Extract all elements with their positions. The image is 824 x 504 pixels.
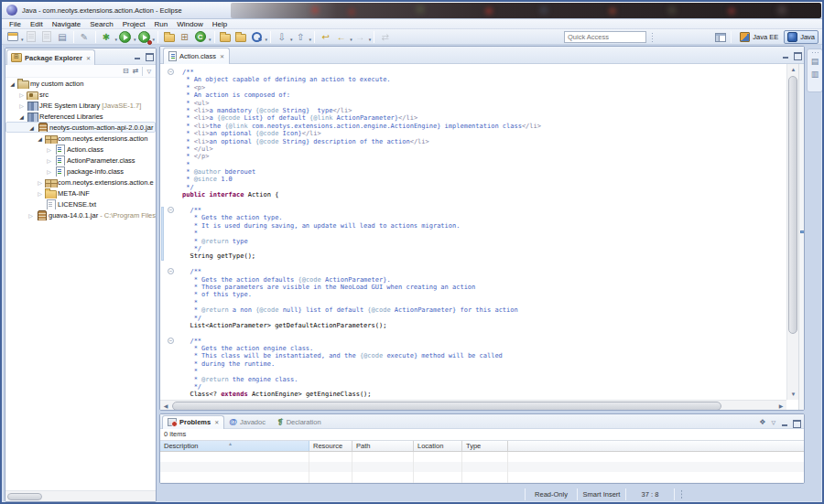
- tree-twistie-icon[interactable]: ▷: [17, 91, 26, 98]
- menu-item-file[interactable]: File: [5, 19, 26, 29]
- fold-collapse-icon[interactable]: −: [168, 268, 174, 274]
- package-explorer-hscrollbar[interactable]: [5, 490, 156, 501]
- search-dropdown-icon[interactable]: ▾: [266, 37, 268, 42]
- open-task-button[interactable]: ✎: [78, 30, 92, 44]
- tree-item-referenced-libraries[interactable]: ◢Referenced Libraries: [5, 111, 156, 122]
- run-dropdown-icon[interactable]: ▾: [134, 37, 136, 42]
- menu-item-edit[interactable]: Edit: [26, 19, 48, 29]
- overview-ruler[interactable]: [798, 64, 805, 411]
- close-icon[interactable]: ✕: [214, 419, 219, 425]
- tab-package-explorer[interactable]: Package Explorer ✕: [6, 49, 95, 65]
- quick-access-input[interactable]: [564, 31, 646, 43]
- next-annotation-dropdown-icon[interactable]: ▾: [290, 37, 293, 42]
- tree-item-license-txt[interactable]: LICENSE.txt: [5, 198, 156, 209]
- outline-icon[interactable]: ▤: [809, 56, 820, 67]
- minimize-button[interactable]: [781, 419, 789, 427]
- link-with-editor-button[interactable]: ⇄: [133, 66, 139, 77]
- menu-item-project[interactable]: Project: [118, 19, 150, 29]
- perspective-java[interactable]: Java: [784, 30, 819, 44]
- tree-item-com-neotys-extensions-action[interactable]: ◢com.neotys.extensions.action: [5, 133, 156, 144]
- open-perspective-button[interactable]: [713, 30, 727, 44]
- menu-item-window[interactable]: Window: [172, 19, 207, 29]
- tree-twistie-icon[interactable]: ▷: [17, 102, 26, 109]
- fold-collapse-icon[interactable]: −: [168, 207, 174, 213]
- menu-item-navigate[interactable]: Navigate: [48, 19, 86, 29]
- hscroll-thumb[interactable]: [172, 402, 721, 411]
- tree-twistie-icon[interactable]: ▷: [36, 179, 44, 186]
- forward-dropdown-icon[interactable]: ▾: [369, 37, 372, 42]
- previous-annotation-button[interactable]: ⇧: [294, 30, 308, 44]
- maximize-button[interactable]: [792, 419, 800, 427]
- vscroll-thumb[interactable]: [788, 76, 797, 334]
- debug-dropdown-icon[interactable]: ▾: [115, 37, 118, 42]
- tree-twistie-icon[interactable]: ◢: [27, 124, 36, 131]
- column-header-resource[interactable]: Resource: [309, 441, 352, 451]
- tree-item-meta-inf[interactable]: ▷META-INF: [5, 188, 156, 198]
- debug-button[interactable]: ✱: [100, 30, 114, 44]
- open-resource-button[interactable]: [234, 30, 248, 44]
- scroll-right-arrow[interactable]: ▶: [775, 401, 786, 411]
- new-java-project-button[interactable]: [162, 30, 176, 44]
- back-dropdown-icon[interactable]: ▾: [350, 37, 352, 42]
- menu-item-run[interactable]: Run: [150, 19, 173, 29]
- tree-item-action-class[interactable]: ▷Action.class: [5, 144, 156, 155]
- group-by-button[interactable]: ❖: [759, 417, 765, 428]
- tab-problems[interactable]: Problems✕: [162, 415, 224, 429]
- tree-twistie-icon[interactable]: ◢: [8, 80, 16, 87]
- editor-vscrollbar[interactable]: ▲ ▼: [786, 64, 798, 400]
- maximize-button[interactable]: [145, 52, 153, 60]
- column-header-path[interactable]: Path: [352, 441, 414, 451]
- tree-item-guava-14-0-1-jar[interactable]: ▷guava-14.0.1.jar- C:\Program Files\: [5, 209, 156, 220]
- open-type-button[interactable]: [219, 30, 233, 44]
- tree-item-actionparameter-class[interactable]: ▷ActionParameter.class: [5, 155, 156, 166]
- search-button[interactable]: [250, 30, 264, 44]
- menu-item-help[interactable]: Help: [208, 19, 232, 29]
- tab-javadoc[interactable]: @Javadoc: [224, 415, 273, 429]
- collapse-all-button[interactable]: ⊟: [123, 66, 129, 77]
- run-button[interactable]: [118, 30, 132, 44]
- tab-declaration[interactable]: ❡Declaration: [273, 415, 329, 429]
- tree-twistie-icon[interactable]: ◢: [36, 135, 44, 142]
- strip-grip[interactable]: [811, 51, 819, 54]
- fold-collapse-icon[interactable]: −: [168, 338, 174, 344]
- close-icon[interactable]: ✕: [220, 53, 224, 59]
- close-icon[interactable]: ✕: [86, 55, 91, 61]
- tree-twistie-icon[interactable]: ◢: [17, 113, 26, 120]
- cursor-position-marker[interactable]: [800, 231, 805, 233]
- hscroll-thumb[interactable]: [7, 493, 42, 500]
- eclipse-app-icon[interactable]: [6, 5, 17, 16]
- new-class-dropdown-icon[interactable]: ▾: [209, 37, 211, 42]
- maximize-button[interactable]: [793, 51, 801, 59]
- view-menu-button[interactable]: ▽: [771, 417, 775, 428]
- editor-hscrollbar[interactable]: ◀ ▶: [160, 400, 786, 411]
- minimize-button[interactable]: [134, 52, 142, 60]
- fold-collapse-icon[interactable]: −: [168, 69, 174, 75]
- last-edit-location-button[interactable]: ↩: [319, 30, 332, 44]
- scroll-left-arrow[interactable]: ◀: [160, 401, 171, 411]
- tree-twistie-icon[interactable]: ▷: [45, 146, 53, 153]
- tree-item-neotys-custom-action-api-2-0-0-jar[interactable]: ◢neotys-custom-action-api-2.0.0.jar: [5, 122, 156, 133]
- tree-item-my-custom-action[interactable]: ◢my custom action: [5, 78, 156, 89]
- print-button[interactable]: ▤: [56, 30, 70, 44]
- tree-twistie-icon[interactable]: ▷: [45, 168, 53, 175]
- previous-annotation-dropdown-icon[interactable]: ▾: [309, 37, 312, 42]
- code-editor[interactable]: /**− * An object capable of defining an …: [160, 64, 786, 400]
- back-button[interactable]: ←: [334, 30, 348, 44]
- perspective-java-ee[interactable]: Java EE: [736, 30, 782, 44]
- tree-twistie-icon[interactable]: ▷: [45, 157, 53, 164]
- menu-item-search[interactable]: Search: [85, 19, 117, 29]
- tree-item-com-neotys-extensions-action-e[interactable]: ▷com.neotys.extensions.action.e: [5, 177, 156, 188]
- tree-twistie-icon[interactable]: ▷: [27, 212, 35, 219]
- run-external-tools-dropdown-icon[interactable]: ▾: [153, 37, 156, 42]
- new-wizard-dropdown-icon[interactable]: ▾: [21, 37, 24, 42]
- run-external-tools-button[interactable]: [137, 30, 151, 44]
- new-wizard-button[interactable]: [5, 30, 19, 44]
- next-annotation-button[interactable]: ⇩: [275, 30, 288, 44]
- column-header-type[interactable]: Type: [462, 441, 508, 451]
- tree-item-package-info-class[interactable]: ▷package-info.class: [5, 166, 156, 177]
- tree-item-src[interactable]: ▷src: [5, 89, 156, 100]
- minimize-button[interactable]: [782, 51, 790, 59]
- new-java-package-button[interactable]: ⊞: [178, 30, 191, 44]
- column-header-description[interactable]: Description▴: [160, 441, 309, 451]
- title-bar[interactable]: Java - com.neotys.extensions.action.Acti…: [2, 2, 822, 19]
